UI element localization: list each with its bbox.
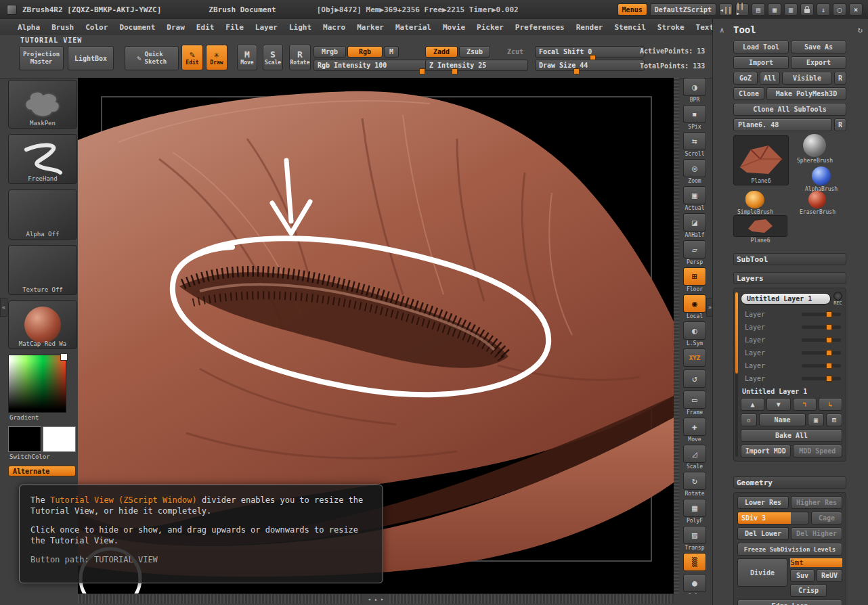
texture-picker[interactable]: Texture Off: [8, 245, 77, 295]
shelf-icon-button[interactable]: ↺: [682, 369, 707, 388]
layer-opacity-slider[interactable]: [802, 338, 841, 342]
menu-item[interactable]: Alpha: [18, 23, 40, 32]
goz-button[interactable]: GoZ: [733, 72, 758, 85]
shelf-icon[interactable]: ▦: [683, 499, 706, 517]
shelf-icon-button[interactable]: ▭ Frame: [682, 390, 707, 416]
draw-button[interactable]: ✳ Draw: [206, 45, 227, 70]
selected-layer-row[interactable]: Untitled Layer 1 REC: [741, 292, 842, 306]
draw-size-slider[interactable]: Draw Size 44: [535, 60, 645, 71]
menu-item[interactable]: Picker: [477, 23, 504, 32]
layer-opacity-slider[interactable]: [802, 377, 841, 380]
lower-res-button[interactable]: Lower Res: [737, 496, 789, 509]
refresh-icon[interactable]: ↻: [858, 25, 863, 35]
shelf-icon[interactable]: XYZ: [683, 349, 706, 367]
layer-promote-button[interactable]: ↰: [793, 398, 817, 411]
simplebrush-thumbnail[interactable]: SimpleBrush: [737, 191, 773, 215]
layer-row[interactable]: Layer: [741, 321, 842, 334]
visible-button[interactable]: Visible: [782, 72, 832, 85]
tool-r-button[interactable]: R: [834, 118, 846, 131]
menu-item[interactable]: Brush: [51, 23, 74, 32]
bake-all-button[interactable]: Bake All: [741, 429, 842, 442]
alpha-picker[interactable]: Alpha Off: [8, 189, 77, 240]
scrollbar-grip[interactable]: ◂ ▴ ▸: [362, 594, 389, 604]
shelf-icon[interactable]: ▨: [683, 526, 706, 544]
export-button[interactable]: Export: [791, 56, 846, 69]
shelf-icon[interactable]: ▣: [683, 186, 706, 204]
shelf-icon-button[interactable]: ◎ Zoom: [682, 159, 707, 184]
shelf-icon[interactable]: ◎: [683, 159, 706, 177]
layer-demote-button[interactable]: ↳: [819, 398, 842, 411]
load-tool-button[interactable]: Load Tool: [733, 41, 789, 53]
layer-name-button[interactable]: Name: [759, 413, 806, 426]
save-as-button[interactable]: Save As: [791, 41, 846, 53]
import-button[interactable]: Import: [733, 56, 789, 69]
shelf-icon-button[interactable]: ⇆ Scroll: [682, 132, 707, 157]
slider-handle[interactable]: [573, 68, 580, 74]
shelf-icon[interactable]: ◪: [683, 213, 706, 231]
layer-thumb-button[interactable]: ▫: [741, 413, 757, 426]
current-tool-thumbnail[interactable]: Plane6: [733, 135, 789, 185]
shelf-icon-button[interactable]: ▒: [682, 553, 707, 572]
menu-item[interactable]: File: [225, 23, 244, 32]
expand-icon[interactable]: ⇓: [817, 3, 830, 16]
record-dot-icon[interactable]: [833, 292, 842, 300]
shelf-icon-button[interactable]: ◉ Local: [682, 294, 707, 319]
layer-down-button[interactable]: ▼: [766, 398, 790, 411]
layer-copy-button[interactable]: ▣: [808, 413, 824, 426]
alternate-button[interactable]: Alternate: [8, 466, 76, 476]
layer-up-button[interactable]: ▲: [741, 398, 764, 411]
clone-all-subtools-button[interactable]: Clone All SubTools: [733, 103, 846, 116]
spherebrush-thumbnail[interactable]: SphereBrush: [797, 134, 833, 164]
menu-item[interactable]: Macro: [323, 23, 345, 32]
shelf-icon[interactable]: ↺: [683, 369, 706, 388]
menu-item[interactable]: Movie: [443, 23, 465, 32]
palette-scroll-left-icon[interactable]: ◂||: [719, 3, 733, 16]
move-button[interactable]: M Move: [237, 45, 257, 70]
zsub-button[interactable]: Zsub: [459, 46, 490, 58]
current-tool-button[interactable]: Plane6. 48: [733, 118, 832, 131]
slider-handle[interactable]: [419, 68, 425, 74]
layer-row[interactable]: Layer: [741, 308, 842, 321]
main-color-swatch[interactable]: [8, 426, 41, 452]
canvas-horizontal-scrollbar[interactable]: ◂ ▴ ▸: [78, 593, 674, 604]
projection-master-button[interactable]: Projection Master: [19, 46, 64, 70]
goz-r-button[interactable]: R: [834, 72, 846, 85]
shelf-icon-button[interactable]: ▨ Transp: [682, 526, 707, 551]
shelf-icon[interactable]: ▱: [683, 240, 706, 259]
shelf-icon[interactable]: ◐: [683, 321, 706, 340]
shelf-icon-button[interactable]: ◐ L.Sym: [682, 321, 707, 346]
menus-button[interactable]: Menus: [617, 3, 647, 16]
shelf-icon-button[interactable]: ↻ Rotate: [682, 472, 707, 497]
slider-handle[interactable]: [452, 68, 458, 74]
scale-button[interactable]: S Scale: [263, 45, 283, 70]
layout-2-icon[interactable]: ▦: [768, 3, 781, 16]
eraserbrush-thumbnail[interactable]: EraserBrush: [800, 191, 836, 215]
layer-opacity-slider[interactable]: [802, 351, 841, 355]
layer-row[interactable]: Layer: [741, 359, 842, 372]
layer-opacity-slider[interactable]: [802, 326, 841, 329]
shelf-icon-button[interactable]: ✚ Move: [682, 418, 707, 443]
restore-window-icon[interactable]: ▢: [833, 3, 846, 16]
shelf-icon[interactable]: ✚: [683, 418, 706, 436]
layer-row[interactable]: Layer: [741, 346, 842, 359]
rgb-intensity-slider[interactable]: Rgb Intensity 100: [313, 60, 428, 71]
shelf-icon-button[interactable]: ⊞ Floor: [682, 267, 707, 292]
del-lower-button[interactable]: Del Lower: [737, 527, 789, 540]
sdiv-slider[interactable]: SDiv 3: [737, 512, 809, 524]
record-toggle[interactable]: REC: [833, 292, 842, 306]
focal-shift-slider[interactable]: Focal Shift 0: [535, 46, 645, 58]
shelf-icon[interactable]: ◿: [683, 445, 706, 463]
menu-item[interactable]: Light: [289, 23, 311, 32]
reuv-button[interactable]: ReUV: [817, 569, 842, 582]
collapse-icon[interactable]: ∧: [720, 26, 724, 35]
lightbox-button[interactable]: LightBox: [68, 46, 114, 70]
layer-opacity-slider[interactable]: [802, 313, 841, 316]
shelf-icon-button[interactable]: ◑ BPR: [682, 78, 707, 103]
secondary-color-swatch[interactable]: [43, 426, 76, 452]
tutorial-link[interactable]: Tutorial View (ZScript Window): [50, 495, 197, 505]
layer-row[interactable]: Layer: [741, 372, 842, 385]
menu-item[interactable]: Layer: [255, 23, 278, 32]
menu-item[interactable]: Material: [395, 23, 431, 32]
shelf-icon[interactable]: ◉: [683, 294, 706, 313]
alphabrush-thumbnail[interactable]: AlphaBrush: [805, 166, 838, 192]
